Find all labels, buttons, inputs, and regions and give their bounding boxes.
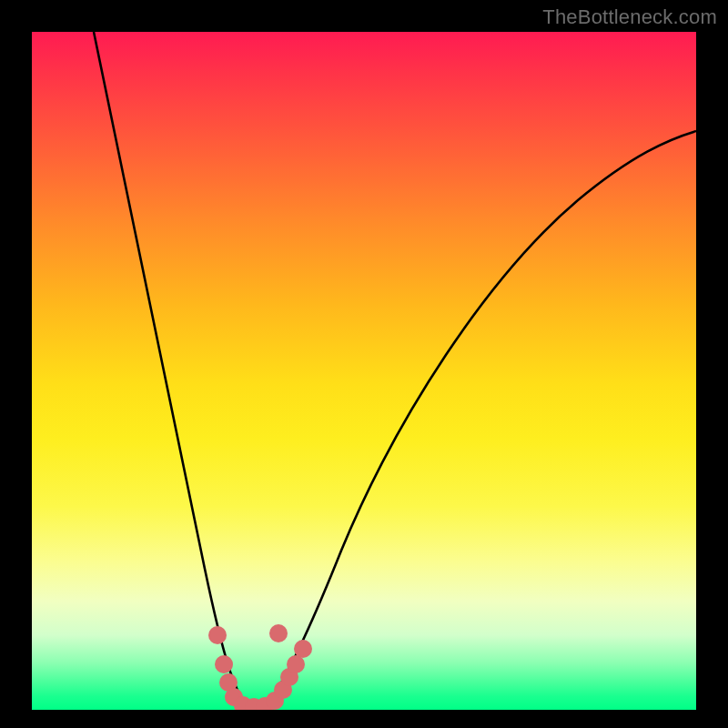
attribution-text: TheBottleneck.com — [542, 5, 717, 29]
right-branch-curve — [265, 131, 696, 708]
chart-frame: TheBottleneck.com — [0, 0, 728, 728]
curves-group — [94, 32, 696, 708]
marker-dot — [269, 624, 288, 642]
marker-dot — [294, 640, 312, 658]
marker-dot — [215, 655, 233, 673]
marker-group — [208, 624, 312, 710]
chart-svg — [32, 32, 696, 710]
left-branch-curve — [94, 32, 248, 708]
marker-dot — [287, 655, 305, 673]
marker-dot — [208, 626, 227, 644]
